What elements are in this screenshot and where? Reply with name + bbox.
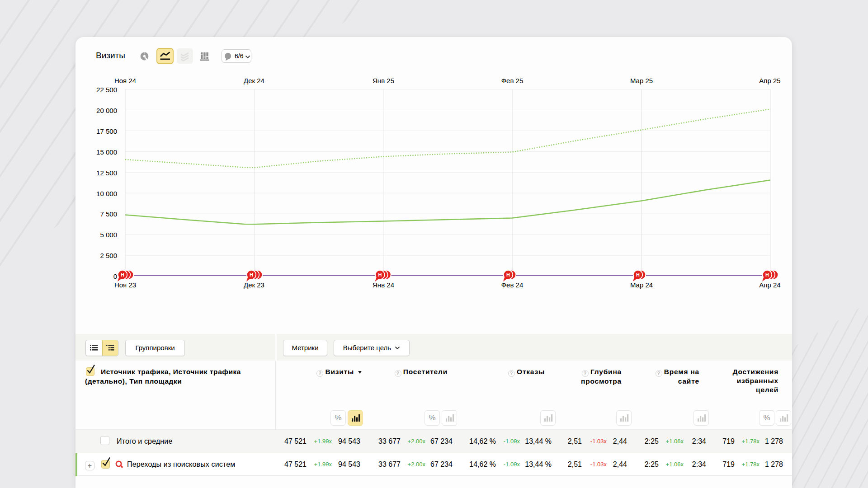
svg-text:Н: Н [378, 272, 382, 277]
svg-text:Н: Н [765, 272, 769, 277]
svg-text:Н: Н [250, 272, 253, 277]
svg-text:Н: Н [506, 272, 510, 277]
svg-text:Н: Н [121, 272, 124, 277]
svg-text:Н: Н [636, 272, 640, 277]
